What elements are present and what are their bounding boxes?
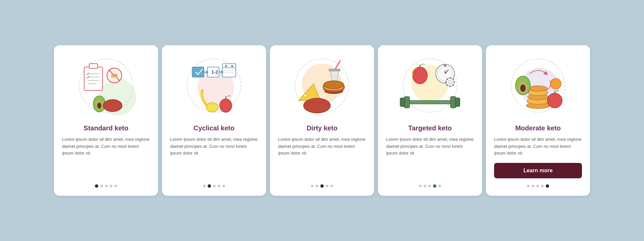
card-body: Lorem ipsum dolor sit dim amet, mea regi… (170, 136, 258, 178)
card-title: Dirty keto (307, 124, 337, 132)
dot-4 (326, 185, 328, 187)
svg-rect-57 (449, 77, 451, 79)
dot-1 (203, 185, 206, 187)
svg-rect-67 (400, 98, 405, 107)
dots-indicator (527, 184, 549, 188)
card-targeted-keto: Targeted keto Lorem ipsum dolor sit dim … (378, 45, 482, 196)
dot-5 (546, 184, 549, 188)
svg-rect-59 (453, 81, 455, 83)
svg-rect-2 (84, 67, 103, 91)
dots-indicator (311, 184, 333, 188)
svg-marker-37 (330, 70, 339, 82)
svg-point-80 (547, 93, 562, 108)
svg-rect-63 (445, 81, 447, 83)
card-body: Lorem ipsum dolor sit dim amet, mea regi… (386, 136, 474, 178)
dot-2 (208, 184, 211, 188)
svg-point-54 (444, 64, 446, 67)
illustration-dirty (288, 52, 356, 119)
card-title: Cyclical keto (194, 124, 234, 132)
svg-point-45 (304, 98, 330, 113)
dot-5 (114, 185, 117, 187)
svg-rect-38 (329, 69, 340, 71)
dot-4 (218, 185, 220, 187)
card-body: Lorem ipsum dolor sit dim amet, mea regi… (278, 136, 366, 178)
dot-5 (222, 185, 225, 187)
svg-point-14 (97, 103, 101, 109)
card-title: Standard keto (84, 124, 128, 132)
illustration-cyclical: 1-2 (180, 52, 248, 119)
dot-3 (536, 185, 539, 187)
svg-text:1-2: 1-2 (211, 69, 218, 75)
svg-point-24 (231, 65, 233, 67)
svg-point-76 (529, 86, 547, 91)
dot-5 (438, 185, 441, 187)
dot-1 (95, 184, 98, 188)
dot-4 (541, 185, 544, 187)
dots-indicator (419, 184, 441, 188)
svg-rect-3 (89, 64, 98, 68)
dot-4 (433, 184, 436, 188)
svg-line-39 (335, 60, 340, 69)
card-title: Targeted keto (408, 124, 452, 132)
illustration-targeted (396, 52, 464, 119)
card-dirty-keto: Dirty keto Lorem ipsum dolor sit dim ame… (270, 45, 374, 196)
dots-indicator (203, 184, 225, 188)
card-title: Moderate keto (515, 124, 561, 132)
dot-2 (100, 185, 103, 187)
illustration-standard (72, 52, 140, 119)
svg-point-29 (206, 103, 218, 112)
card-standard-keto: Standard keto Lorem ipsum dolor sit dim … (54, 45, 158, 196)
card-cyclical-keto: 1-2 (162, 45, 266, 196)
dot-3 (428, 185, 431, 187)
dot-3 (320, 184, 324, 188)
dot-1 (527, 185, 530, 187)
dot-1 (311, 185, 314, 187)
dot-3 (213, 185, 216, 187)
svg-point-35 (304, 94, 307, 97)
svg-rect-69 (455, 98, 460, 107)
dot-2 (316, 185, 318, 187)
svg-rect-61 (449, 85, 451, 87)
dot-5 (330, 185, 333, 187)
cards-container: Standard keto Lorem ipsum dolor sit dim … (54, 45, 590, 196)
svg-rect-18 (192, 67, 204, 77)
card-body: Lorem ipsum dolor sit dim amet, mea regi… (494, 136, 582, 157)
svg-rect-65 (405, 101, 455, 104)
dot-2 (532, 185, 534, 187)
svg-point-30 (220, 99, 232, 112)
card-moderate-keto: Moderate keto Lorem ipsum dolor sit dim … (486, 45, 590, 196)
card-body: Lorem ipsum dolor sit dim amet, mea regi… (62, 136, 150, 178)
svg-point-79 (520, 84, 526, 92)
dot-1 (419, 185, 422, 187)
svg-point-23 (225, 65, 227, 67)
svg-point-44 (324, 81, 344, 89)
dot-4 (110, 185, 112, 187)
dot-2 (424, 185, 426, 187)
illustration-moderate (504, 52, 572, 119)
svg-point-56 (448, 80, 452, 84)
dots-indicator (95, 184, 117, 188)
svg-rect-11 (112, 75, 117, 76)
svg-point-82 (550, 78, 561, 89)
svg-point-15 (103, 100, 122, 112)
learn-more-button[interactable]: Learn more (494, 163, 582, 178)
dot-3 (105, 185, 108, 187)
